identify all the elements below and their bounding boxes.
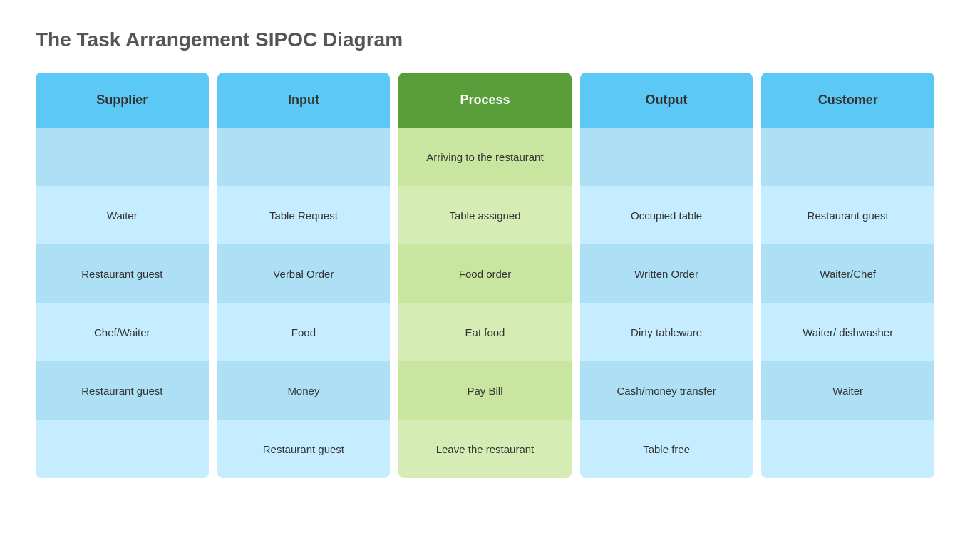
cell-supplier-4: Restaurant guest: [36, 361, 209, 420]
cell-process-0: Arriving to the restaurant: [398, 128, 572, 186]
cell-customer-0: [761, 128, 934, 186]
cell-process-5: Leave the restaurant: [398, 420, 572, 478]
cell-output-5: Table free: [580, 420, 753, 478]
cell-customer-4: Waiter: [761, 361, 934, 420]
cell-input-3: Food: [217, 303, 391, 361]
cell-process-1: Table assigned: [398, 186, 572, 244]
cell-process-4: Pay Bill: [398, 361, 572, 420]
sipoc-diagram: SupplierWaiterRestaurant guestChef/Waite…: [36, 73, 934, 478]
column-header-supplier: Supplier: [36, 73, 209, 128]
column-header-customer: Customer: [761, 73, 934, 128]
cell-process-2: Food order: [398, 244, 572, 303]
column-output: OutputOccupied tableWritten OrderDirty t…: [580, 73, 753, 478]
column-customer: CustomerRestaurant guestWaiter/ChefWaite…: [761, 73, 934, 478]
column-header-input: Input: [217, 73, 391, 128]
cell-supplier-3: Chef/Waiter: [36, 303, 209, 361]
cell-customer-3: Waiter/ dishwasher: [761, 303, 934, 361]
cell-supplier-5: [36, 420, 209, 478]
cell-supplier-0: [36, 128, 209, 186]
cell-customer-5: [761, 420, 934, 478]
cell-customer-1: Restaurant guest: [761, 186, 934, 244]
cell-output-2: Written Order: [580, 244, 753, 303]
cell-supplier-2: Restaurant guest: [36, 244, 209, 303]
column-input: InputTable RequestVerbal OrderFoodMoneyR…: [217, 73, 391, 478]
cell-input-2: Verbal Order: [217, 244, 391, 303]
cell-supplier-1: Waiter: [36, 186, 209, 244]
cell-output-0: [580, 128, 753, 186]
cell-output-4: Cash/money transfer: [580, 361, 753, 420]
cell-customer-2: Waiter/Chef: [761, 244, 934, 303]
cell-input-5: Restaurant guest: [217, 420, 391, 478]
cell-process-3: Eat food: [398, 303, 572, 361]
cell-output-1: Occupied table: [580, 186, 753, 244]
cell-input-4: Money: [217, 361, 391, 420]
cell-input-1: Table Request: [217, 186, 391, 244]
column-supplier: SupplierWaiterRestaurant guestChef/Waite…: [36, 73, 209, 478]
column-header-output: Output: [580, 73, 753, 128]
page-title: The Task Arrangement SIPOC Diagram: [36, 28, 934, 51]
column-process: ProcessArriving to the restaurantTable a…: [398, 73, 572, 478]
column-header-process: Process: [398, 73, 572, 128]
cell-output-3: Dirty tableware: [580, 303, 753, 361]
cell-input-0: [217, 128, 391, 186]
